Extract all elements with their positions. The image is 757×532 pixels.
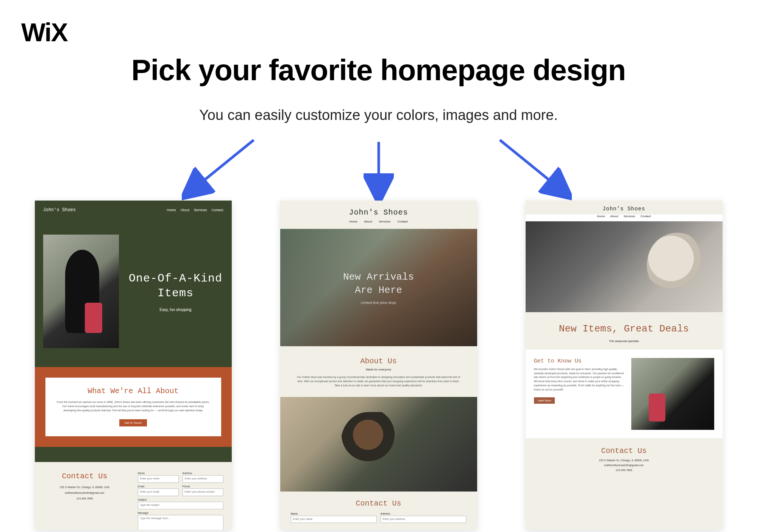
deals-title: New Items, Great Deals xyxy=(533,323,715,336)
address-field[interactable]: Enter your address xyxy=(381,516,467,523)
label-message: Message xyxy=(138,512,223,514)
hero-image xyxy=(526,221,723,312)
hero-title: New ArrivalsAre Here xyxy=(343,271,414,297)
know-body: We founded John's Shoes with one goal in… xyxy=(534,367,625,392)
label-phone: Phone xyxy=(183,485,223,488)
nav-about[interactable]: About xyxy=(610,215,618,218)
about-body: Our Online Store was founded by a group … xyxy=(295,375,463,388)
about-body: From the moment we opened our doors in 2… xyxy=(57,400,210,413)
site-brand: John's Shoes xyxy=(526,201,723,214)
template-option-3[interactable]: John's Shoes Home About Services Contact… xyxy=(526,201,723,530)
email-field[interactable]: Enter your email xyxy=(138,488,179,496)
about-subtitle: Made for everyone xyxy=(295,368,463,371)
hero-image xyxy=(43,235,119,348)
learn-more-button[interactable]: Learn More xyxy=(534,397,555,404)
subject-field[interactable]: Type the subject xyxy=(138,502,223,509)
contact-email: iudfhiuhdfiuvhuishdfv@gmail.com xyxy=(533,464,715,467)
nav-home[interactable]: Home xyxy=(349,220,357,223)
arrow-icon xyxy=(182,132,265,201)
svg-line-0 xyxy=(193,140,254,189)
label-name: Name xyxy=(291,512,377,515)
about-title: What We're All About xyxy=(57,387,210,395)
nav-services[interactable]: Services xyxy=(623,215,635,218)
site-brand: John's Shoes xyxy=(43,207,76,213)
label-address: Address xyxy=(381,512,467,515)
label-subject: Subject xyxy=(138,498,223,501)
page-title: Pick your favorite homepage design xyxy=(0,0,757,87)
nav-services[interactable]: Services xyxy=(379,220,390,223)
nav-contact[interactable]: Contact xyxy=(640,215,651,218)
contact-title: Contact Us xyxy=(291,499,467,508)
arrow-icon xyxy=(489,132,572,201)
know-title: Get to Know Us xyxy=(534,358,625,364)
contact-title: Contact Us xyxy=(533,446,715,455)
message-field[interactable]: Type the message here... xyxy=(138,515,223,530)
nav-home[interactable]: Home xyxy=(597,215,605,218)
label-name: Name xyxy=(138,472,179,474)
label-address: Address xyxy=(183,472,223,474)
deals-subtitle: The seasonal specials xyxy=(533,339,715,343)
about-title: About Us xyxy=(295,357,463,366)
phone-field[interactable]: Enter your phone number xyxy=(183,488,223,496)
contact-phone: 123-456-7890 xyxy=(533,469,715,471)
arrow-icon xyxy=(364,136,394,201)
hero-subtitle: Easy, fun shopping xyxy=(128,308,223,312)
section-image xyxy=(280,397,477,492)
nav-home[interactable]: Home xyxy=(167,208,176,212)
hero-image: New ArrivalsAre Here Limited time price … xyxy=(280,229,477,346)
name-field[interactable]: Enter your name xyxy=(291,516,377,523)
template-option-2[interactable]: John's Shoes Home About Services Contact… xyxy=(280,201,477,530)
site-brand: John's Shoes xyxy=(280,201,477,220)
contact-title: Contact Us xyxy=(43,472,126,481)
contact-email: iudfhiuhdfiuvhuishdfv@gmail.com xyxy=(43,492,126,494)
contact-phone: 123-456-7890 xyxy=(43,497,126,500)
hero-title: One-Of-A-Kind Items xyxy=(128,271,223,301)
name-field[interactable]: Enter your name xyxy=(138,475,179,483)
contact-address: 233 S Wacker Dr, Chicago, IL 60606, USA xyxy=(43,486,126,488)
nav-services[interactable]: Services xyxy=(194,208,207,212)
nav-about[interactable]: About xyxy=(180,208,189,212)
svg-line-2 xyxy=(500,140,560,189)
hero-subtitle: Limited time price drop! xyxy=(361,301,396,305)
nav-contact[interactable]: Contact xyxy=(397,220,408,223)
nav-contact[interactable]: Contact xyxy=(211,208,223,212)
nav-about[interactable]: About xyxy=(364,220,372,223)
contact-address: 233 S Wacker Dr, Chicago, IL 60606, USA xyxy=(533,459,715,462)
page-subtitle: You can easily customize your colors, im… xyxy=(0,87,757,123)
wix-logo: WiX xyxy=(21,17,67,47)
section-image xyxy=(631,358,714,430)
address-field[interactable]: Enter your address xyxy=(183,475,223,483)
get-in-touch-button[interactable]: Get in Touch xyxy=(119,419,147,426)
label-email: Email xyxy=(138,485,179,488)
template-option-1[interactable]: John's Shoes Home About Services Contact… xyxy=(35,201,232,530)
